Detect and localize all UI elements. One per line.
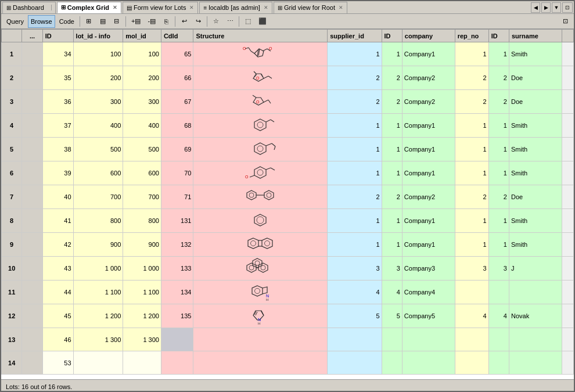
nav-dropdown[interactable]: ▼ bbox=[552, 2, 561, 13]
cell-rep-no: 1 bbox=[455, 233, 488, 257]
table-row[interactable]: 942900900132 11Company111Smith bbox=[2, 233, 574, 257]
table-row[interactable]: 13461 3001 300 bbox=[2, 328, 574, 351]
copy-button[interactable]: ⎘ bbox=[160, 15, 172, 28]
svg-line-11 bbox=[268, 76, 272, 78]
tab-gridroot[interactable]: ⊞ Grid view for Root ✕ bbox=[274, 2, 347, 13]
restore-icon[interactable]: ⊡ bbox=[562, 2, 573, 13]
cell-id3: 1 bbox=[488, 209, 509, 233]
header-supplier-id[interactable]: supplier_id bbox=[328, 30, 382, 42]
svg-line-63 bbox=[261, 311, 264, 315]
cell-id2: 2 bbox=[382, 66, 402, 90]
cell-supplier-id: 2 bbox=[328, 90, 382, 114]
cell-rep-no: 2 bbox=[455, 90, 488, 114]
cell-id: 39 bbox=[42, 161, 73, 185]
svg-line-16 bbox=[264, 100, 268, 102]
header-rep-no[interactable]: rep_no bbox=[455, 30, 488, 42]
tab-dashboard[interactable]: ⊞ Dashboard bbox=[2, 2, 56, 13]
cell-scroll bbox=[562, 161, 573, 185]
cell-structure bbox=[193, 351, 328, 375]
header-id2[interactable]: ID bbox=[382, 30, 402, 42]
cell-lot-id: 1 300 bbox=[73, 328, 123, 351]
header-mol-id[interactable]: mol_id bbox=[123, 30, 161, 42]
cell-lot-id: 1 000 bbox=[73, 257, 123, 280]
cell-id3: 4 bbox=[488, 304, 509, 328]
nav-back[interactable]: ◀ bbox=[531, 2, 540, 13]
cell-mol-id: 300 bbox=[123, 90, 161, 114]
table-row[interactable]: 23520020066 O 22Company222Doe bbox=[2, 66, 574, 90]
auto-form-button[interactable]: ⊟ bbox=[110, 15, 123, 28]
table-row[interactable]: 33630030067 O 22Company222Doe bbox=[2, 90, 574, 114]
table-row[interactable]: 12451 2001 200135 N H 55Company544Novak bbox=[2, 304, 574, 328]
cell-lot-id: 900 bbox=[73, 233, 123, 257]
tab-localdb-close[interactable]: ✕ bbox=[264, 5, 268, 10]
tab-localdb[interactable]: ≡ localdb [as admin] ✕ bbox=[199, 2, 272, 13]
svg-marker-23 bbox=[254, 143, 266, 154]
table-row[interactable]: 53850050069 11Company111Smith bbox=[2, 138, 574, 161]
cell-supplier-id: 1 bbox=[328, 42, 382, 66]
undo-button[interactable]: ↩ bbox=[178, 15, 191, 28]
cell-id: 44 bbox=[42, 280, 73, 304]
header-surname[interactable]: surname bbox=[509, 30, 562, 42]
tab-formview[interactable]: ▤ Form view for Lots ✕ bbox=[123, 2, 198, 13]
table-row[interactable]: 11441 1001 100134 N H 44Company4 bbox=[2, 280, 574, 304]
maximize-button[interactable]: ⊡ bbox=[559, 15, 572, 28]
import-button[interactable]: ⬛ bbox=[256, 15, 269, 28]
svg-marker-34 bbox=[247, 190, 256, 200]
cell-scroll bbox=[562, 42, 573, 66]
form-view-button[interactable]: ▤ bbox=[96, 15, 109, 28]
code-button[interactable]: Code bbox=[56, 15, 77, 28]
header-cdid[interactable]: CdId bbox=[161, 30, 193, 42]
cell-company: Company3 bbox=[402, 257, 455, 280]
query-button[interactable]: Query bbox=[3, 15, 27, 28]
tab-gridroot-icon: ⊞ bbox=[278, 5, 282, 11]
tab-complexgrid-icon: ⊞ bbox=[61, 4, 66, 10]
table-row[interactable]: 43740040068 11Company111Smith bbox=[2, 114, 574, 138]
svg-point-55 bbox=[255, 289, 260, 294]
svg-line-12 bbox=[254, 71, 256, 74]
browse-button[interactable]: Browse bbox=[28, 15, 55, 28]
grid-scroll[interactable]: ... ID lot_id - info mol_id CdId Structu… bbox=[1, 29, 574, 379]
table-row[interactable]: 841800800131 11Company111Smith bbox=[2, 209, 574, 233]
cell-rownum: 7 bbox=[2, 185, 22, 209]
tab-complexgrid-close[interactable]: ✕ bbox=[113, 5, 117, 10]
tab-formview-close[interactable]: ✕ bbox=[189, 5, 194, 10]
nav-forward[interactable]: ▶ bbox=[541, 2, 551, 13]
svg-point-35 bbox=[249, 193, 254, 197]
tab-complexgrid[interactable]: ⊞ Complex Grid ✕ bbox=[57, 2, 121, 13]
cell-structure: N H bbox=[193, 304, 328, 328]
cell-rownum: 12 bbox=[2, 304, 22, 328]
svg-marker-19 bbox=[254, 119, 266, 131]
redo-icon: ↪ bbox=[196, 17, 201, 25]
grid-view-button[interactable]: ⊞ bbox=[82, 15, 95, 28]
cell-id3: 1 bbox=[488, 233, 509, 257]
svg-marker-28 bbox=[254, 167, 266, 178]
cell-cdid: 135 bbox=[161, 304, 193, 328]
header-structure[interactable]: Structure bbox=[193, 30, 328, 42]
table-row[interactable]: 63960060070 O 11Company111Smith bbox=[2, 161, 574, 185]
bookmark-button[interactable]: ☆ bbox=[210, 15, 222, 28]
redo-button[interactable]: ↪ bbox=[192, 15, 204, 28]
delete-row-button[interactable]: -▤ bbox=[145, 15, 159, 28]
tab-gridroot-close[interactable]: ✕ bbox=[339, 5, 343, 10]
filter-button[interactable]: ⋯ bbox=[224, 15, 236, 28]
add-row-button[interactable]: +▤ bbox=[128, 15, 143, 28]
header-id3[interactable]: ID bbox=[488, 30, 509, 42]
cell-rep-no: 1 bbox=[455, 114, 488, 138]
table-row[interactable]: 10431 0001 000133 33Company333J bbox=[2, 257, 574, 280]
table-row[interactable]: 13410010065 O O 11Company111Smith bbox=[2, 42, 574, 66]
header-id[interactable]: ID bbox=[42, 30, 73, 42]
table-row[interactable]: 1453 bbox=[2, 351, 574, 375]
cell-lot-id: 600 bbox=[73, 161, 123, 185]
cell-id: 41 bbox=[42, 209, 73, 233]
cell-id2: 3 bbox=[382, 257, 402, 280]
header-lot-id[interactable]: lot_id - info bbox=[73, 30, 123, 42]
export-button[interactable]: ⬚ bbox=[242, 15, 254, 28]
cell-id: 53 bbox=[42, 351, 73, 375]
cell-lot-id: 400 bbox=[73, 114, 123, 138]
svg-line-30 bbox=[266, 168, 271, 170]
cell-cdid: 131 bbox=[161, 209, 193, 233]
header-company[interactable]: company bbox=[402, 30, 455, 42]
cell-company: Company1 bbox=[402, 42, 455, 66]
cell-mol-id: 400 bbox=[123, 114, 161, 138]
table-row[interactable]: 74070070071 22Company222Doe bbox=[2, 185, 574, 209]
